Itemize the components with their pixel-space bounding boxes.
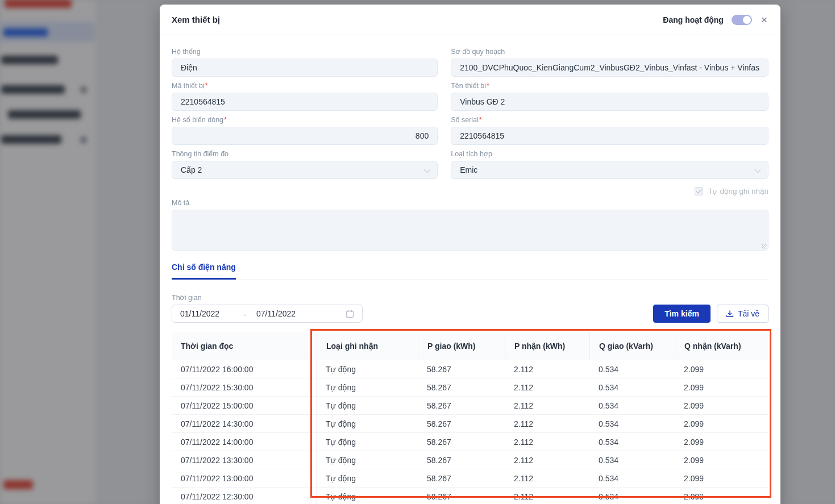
so-do-quy-hoach-input[interactable]: 2100_DVCPhuQuoc_KienGiangCum2_VinbusGĐ2_… xyxy=(451,59,768,77)
date-range-picker[interactable]: 01/11/2022 → 07/11/2022 xyxy=(172,305,363,323)
table-header-cell: Q giao (kVarh) xyxy=(589,332,675,360)
table-cell: 07/11/2022 14:00:00 xyxy=(172,433,317,451)
table-row: 07/11/2022 13:00:00Tự động58.2672.1120.5… xyxy=(172,469,768,487)
table-cell: 2.112 xyxy=(505,360,589,378)
so-serial-input[interactable]: 2210564815 xyxy=(451,127,768,145)
table-cell: Tự động xyxy=(317,488,418,504)
table-header-cell: Q nhận (kVarh) xyxy=(675,332,768,360)
field-label: Mô tả xyxy=(172,199,768,207)
loai-tich-hop-select[interactable]: Emic xyxy=(451,161,768,179)
table-cell: 07/11/2022 13:00:00 xyxy=(172,469,317,487)
table-cell: 0.534 xyxy=(589,415,675,432)
ten-thiet-bi-input[interactable]: Vinbus GĐ 2 xyxy=(451,93,768,111)
table-cell: Tự động xyxy=(317,451,418,469)
device-form: Hệ thống Điện Sơ đồ quy hoạch 2100_DVCPh… xyxy=(172,48,768,179)
field-mo-ta: Mô tả xyxy=(172,199,768,251)
table-cell: 07/11/2022 16:00:00 xyxy=(172,360,317,378)
table-cell: 2.112 xyxy=(505,451,589,469)
table-header-cell: P giao (kWh) xyxy=(418,332,505,360)
table-cell: 2.099 xyxy=(675,397,768,414)
field-thong-tin-diem-do: Thông tin điểm đo Cấp 2 xyxy=(172,150,438,179)
field-he-so-bien-dong: Hệ số biến dòng* 800 xyxy=(172,116,438,145)
download-button[interactable]: Tải về xyxy=(717,305,768,323)
table-header-cell: Thời gian đọc xyxy=(172,332,317,360)
close-icon[interactable]: × xyxy=(760,14,768,25)
date-range-label: Thời gian xyxy=(172,294,363,302)
table-cell: 2.112 xyxy=(505,433,589,451)
table-header-cell: P nhận (kWh) xyxy=(505,332,589,360)
table-row: 07/11/2022 12:30:00Tự động58.2672.1120.5… xyxy=(172,487,768,504)
table-cell: Tự động xyxy=(317,469,418,487)
tab-bar: Chỉ số điện năng xyxy=(172,262,768,280)
table-cell: 58.267 xyxy=(418,415,505,432)
resize-grip-icon[interactable] xyxy=(762,244,767,249)
ma-thiet-bi-input[interactable]: 2210564815 xyxy=(172,93,438,111)
date-start[interactable]: 01/11/2022 xyxy=(180,309,219,318)
table-header-row: Thời gian đọcLoại ghi nhậnP giao (kWh)P … xyxy=(172,332,768,360)
table-cell: 58.267 xyxy=(418,397,505,414)
chevron-down-icon xyxy=(424,167,430,173)
table-cell: Tự động xyxy=(317,415,418,432)
thong-tin-diem-do-select[interactable]: Cấp 2 xyxy=(172,161,438,179)
table-cell: 2.099 xyxy=(675,433,768,451)
search-button[interactable]: Tìm kiếm xyxy=(653,305,711,323)
table-cell: 58.267 xyxy=(418,360,505,378)
table-cell: 0.534 xyxy=(589,488,675,504)
auto-record-row: Tự động ghi nhận xyxy=(172,187,768,195)
he-thong-input[interactable]: Điện xyxy=(172,59,438,77)
field-label: Sơ đồ quy hoạch xyxy=(451,48,768,56)
table-cell: 2.112 xyxy=(505,415,589,432)
table-cell: 2.099 xyxy=(675,451,768,469)
table-cell: 0.534 xyxy=(589,469,675,487)
table-body: 07/11/2022 16:00:00Tự động58.2672.1120.5… xyxy=(172,360,768,504)
modal-header: Xem thiết bị Đang hoạt động × xyxy=(160,5,780,35)
calendar-icon xyxy=(346,310,354,318)
filter-row: Thời gian 01/11/2022 → 07/11/2022 Tìm ki… xyxy=(172,294,768,323)
active-toggle[interactable] xyxy=(732,15,752,25)
field-ma-thiet-bi: Mã thiết bị* 2210564815 xyxy=(172,82,438,111)
tab-chi-so-dien-nang[interactable]: Chỉ số điện năng xyxy=(172,263,236,280)
table-row: 07/11/2022 16:00:00Tự động58.2672.1120.5… xyxy=(172,360,768,378)
active-toggle-label: Đang hoạt động xyxy=(663,15,724,24)
field-label: Tên thiết bị* xyxy=(451,82,768,90)
table-cell: 2.112 xyxy=(505,378,589,396)
field-label: Số serial* xyxy=(451,116,768,124)
field-he-thong: Hệ thống Điện xyxy=(172,48,438,77)
table-cell: Tự động xyxy=(317,397,418,414)
field-so-serial: Số serial* 2210564815 xyxy=(451,116,768,145)
table-cell: 0.534 xyxy=(589,451,675,469)
table-cell: 0.534 xyxy=(589,360,675,378)
auto-record-checkbox[interactable] xyxy=(695,187,703,195)
auto-record-label: Tự động ghi nhận xyxy=(708,187,768,195)
date-arrow-icon: → xyxy=(240,310,247,318)
select-value: Emic xyxy=(460,165,477,174)
field-ten-thiet-bi: Tên thiết bị* Vinbus GĐ 2 xyxy=(451,82,768,111)
download-icon xyxy=(726,310,734,318)
field-label: Mã thiết bị* xyxy=(172,82,438,90)
mo-ta-textarea[interactable] xyxy=(172,210,768,251)
table-cell: 2.112 xyxy=(505,488,589,504)
field-value: 2210564815 xyxy=(460,131,504,140)
table-cell: Tự động xyxy=(317,433,418,451)
table-cell: 07/11/2022 12:30:00 xyxy=(172,488,317,504)
field-value: Vinbus GĐ 2 xyxy=(460,97,505,106)
readings-table: Thời gian đọcLoại ghi nhậnP giao (kWh)P … xyxy=(172,332,768,504)
select-value: Cấp 2 xyxy=(181,165,202,174)
table-cell: 58.267 xyxy=(418,433,505,451)
field-value: 2210564815 xyxy=(181,97,225,106)
field-so-do-quy-hoach: Sơ đồ quy hoạch 2100_DVCPhuQuoc_KienGian… xyxy=(451,48,768,77)
table-cell: 0.534 xyxy=(589,397,675,414)
field-value: 800 xyxy=(416,131,429,140)
field-label: Loại tích hợp xyxy=(451,150,768,158)
required-mark: * xyxy=(224,116,227,124)
table-cell: 2.099 xyxy=(675,469,768,487)
he-so-bien-dong-input[interactable]: 800 xyxy=(172,127,438,145)
table-header: Thời gian đọcLoại ghi nhậnP giao (kWh)P … xyxy=(172,332,768,360)
table-cell: 07/11/2022 15:30:00 xyxy=(172,378,317,396)
table-cell: Tự động xyxy=(317,360,418,378)
table-cell: 2.099 xyxy=(675,378,768,396)
table-cell: 2.099 xyxy=(675,415,768,432)
date-end[interactable]: 07/11/2022 xyxy=(256,309,296,318)
field-value: 2100_DVCPhuQuoc_KienGiangCum2_VinbusGĐ2_… xyxy=(460,63,759,72)
table-row: 07/11/2022 14:30:00Tự động58.2672.1120.5… xyxy=(172,414,768,432)
